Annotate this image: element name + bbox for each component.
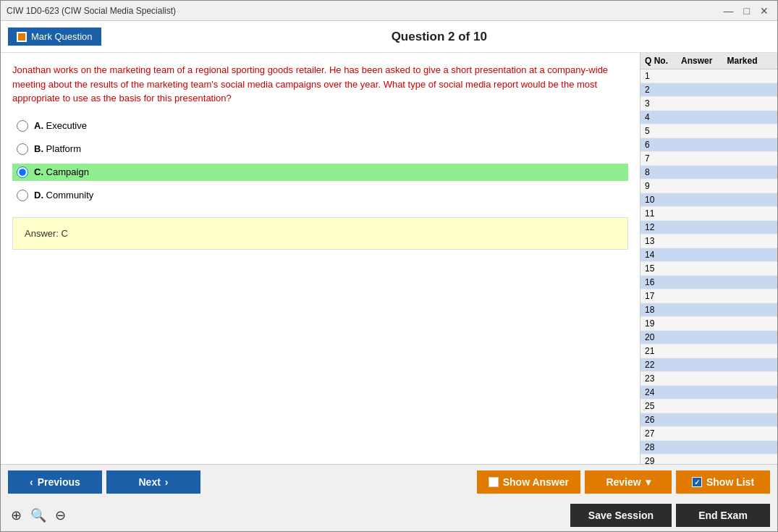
- row-num: 16: [645, 277, 681, 287]
- list-item[interactable]: 4: [640, 111, 777, 124]
- row-num: 8: [645, 167, 681, 177]
- row-num: 29: [645, 456, 681, 464]
- list-item[interactable]: 1: [640, 69, 777, 83]
- sidebar-header: Q No. Answer Marked: [640, 53, 777, 69]
- answer-box: Answer: C: [12, 217, 628, 250]
- question-area: Jonathan works on the marketing team of …: [1, 53, 640, 464]
- save-session-label: Save Session: [588, 510, 654, 521]
- end-exam-button[interactable]: End Exam: [676, 504, 770, 527]
- next-button[interactable]: Next ›: [106, 470, 200, 494]
- review-dropdown-icon: ▾: [646, 476, 651, 488]
- previous-label: Previous: [38, 476, 80, 488]
- bottom-right-buttons: Save Session End Exam: [570, 504, 770, 527]
- row-num: 5: [645, 126, 681, 136]
- option-a[interactable]: A. Executive: [12, 117, 628, 135]
- main-window: CIW 1D0-623 (CIW Social Media Specialist…: [0, 0, 778, 532]
- review-label: Review: [606, 476, 640, 488]
- option-b[interactable]: B. Platform: [12, 140, 628, 158]
- option-d-label: D. Community: [34, 190, 93, 200]
- row-num: 1: [645, 71, 681, 81]
- list-item[interactable]: 16: [640, 276, 777, 290]
- list-item[interactable]: 9: [640, 180, 777, 193]
- list-item[interactable]: 25: [640, 400, 777, 413]
- options-list: A. Executive B. Platform C. Campaign D. …: [12, 117, 628, 204]
- list-item[interactable]: 29: [640, 455, 777, 464]
- question-title: Question 2 of 10: [109, 30, 770, 44]
- review-button[interactable]: Review ▾: [585, 470, 672, 494]
- list-item[interactable]: 21: [640, 345, 777, 358]
- maximize-icon[interactable]: □: [741, 5, 753, 17]
- sidebar-list[interactable]: 1234567891011121314151617181920212223242…: [640, 69, 777, 464]
- sidebar-col-answer: Answer: [681, 56, 727, 66]
- row-num: 15: [645, 263, 681, 274]
- list-item[interactable]: 8: [640, 166, 777, 180]
- bottom-bar: ‹ Previous Next › Show Answer Review ▾ ✓…: [1, 464, 777, 531]
- list-item[interactable]: 27: [640, 427, 777, 441]
- minimize-icon[interactable]: —: [721, 5, 737, 17]
- row-num: 21: [645, 346, 681, 356]
- option-c-label: C. Campaign: [34, 166, 89, 177]
- bottom-buttons-bottom: ⊕ 🔍 ⊖ Save Session End Exam: [1, 499, 777, 531]
- sidebar-col-marked: Marked: [727, 56, 774, 66]
- row-num: 14: [645, 250, 681, 260]
- bottom-buttons-top: ‹ Previous Next › Show Answer Review ▾ ✓…: [1, 465, 777, 499]
- list-item[interactable]: 23: [640, 372, 777, 386]
- previous-button[interactable]: ‹ Previous: [8, 470, 102, 494]
- row-num: 24: [645, 387, 681, 397]
- window-title: CIW 1D0-623 (CIW Social Media Specialist…: [7, 6, 176, 16]
- list-item[interactable]: 12: [640, 221, 777, 235]
- show-answer-icon: [489, 477, 499, 487]
- option-d-radio[interactable]: [17, 190, 28, 201]
- option-b-radio[interactable]: [17, 143, 28, 155]
- row-num: 17: [645, 291, 681, 301]
- end-exam-label: End Exam: [698, 510, 748, 521]
- option-c-radio[interactable]: [17, 166, 28, 178]
- row-num: 7: [645, 153, 681, 164]
- list-item[interactable]: 2: [640, 83, 777, 97]
- row-num: 2: [645, 85, 681, 95]
- list-item[interactable]: 24: [640, 386, 777, 400]
- list-item[interactable]: 10: [640, 193, 777, 207]
- list-item[interactable]: 15: [640, 262, 777, 276]
- list-item[interactable]: 26: [640, 413, 777, 427]
- window-controls: — □ ✕: [721, 5, 771, 17]
- row-num: 22: [645, 360, 681, 370]
- row-num: 9: [645, 181, 681, 191]
- zoom-normal-button[interactable]: 🔍: [28, 506, 49, 525]
- previous-arrow-icon: ‹: [30, 476, 33, 488]
- list-item[interactable]: 28: [640, 441, 777, 455]
- row-num: 18: [645, 305, 681, 315]
- close-icon[interactable]: ✕: [757, 5, 771, 17]
- list-item[interactable]: 7: [640, 152, 777, 166]
- row-num: 3: [645, 98, 681, 109]
- option-c[interactable]: C. Campaign: [12, 164, 628, 181]
- zoom-controls: ⊕ 🔍 ⊖: [8, 506, 69, 525]
- row-num: 11: [645, 208, 681, 219]
- list-item[interactable]: 17: [640, 290, 777, 303]
- mark-question-label: Mark Question: [31, 31, 93, 42]
- zoom-in-button[interactable]: ⊕: [8, 506, 25, 525]
- show-list-button[interactable]: ✓ Show List: [676, 470, 770, 494]
- option-a-radio[interactable]: [17, 120, 28, 132]
- list-item[interactable]: 11: [640, 207, 777, 221]
- answer-text: Answer: C: [25, 228, 68, 239]
- row-num: 23: [645, 373, 681, 384]
- next-arrow-icon: ›: [165, 476, 169, 488]
- list-item[interactable]: 3: [640, 97, 777, 111]
- zoom-out-button[interactable]: ⊖: [52, 506, 69, 525]
- list-item[interactable]: 6: [640, 138, 777, 152]
- list-item[interactable]: 19: [640, 317, 777, 331]
- list-item[interactable]: 22: [640, 358, 777, 372]
- list-item[interactable]: 20: [640, 331, 777, 345]
- list-item[interactable]: 18: [640, 303, 777, 317]
- show-answer-button[interactable]: Show Answer: [477, 470, 580, 494]
- mark-question-button[interactable]: Mark Question: [8, 28, 101, 46]
- list-item[interactable]: 14: [640, 248, 777, 262]
- list-item[interactable]: 5: [640, 124, 777, 138]
- list-item[interactable]: 13: [640, 235, 777, 248]
- save-session-button[interactable]: Save Session: [570, 504, 672, 527]
- show-answer-label: Show Answer: [503, 476, 569, 488]
- show-list-check-icon: ✓: [692, 477, 702, 487]
- row-num: 20: [645, 332, 681, 342]
- option-d[interactable]: D. Community: [12, 187, 628, 204]
